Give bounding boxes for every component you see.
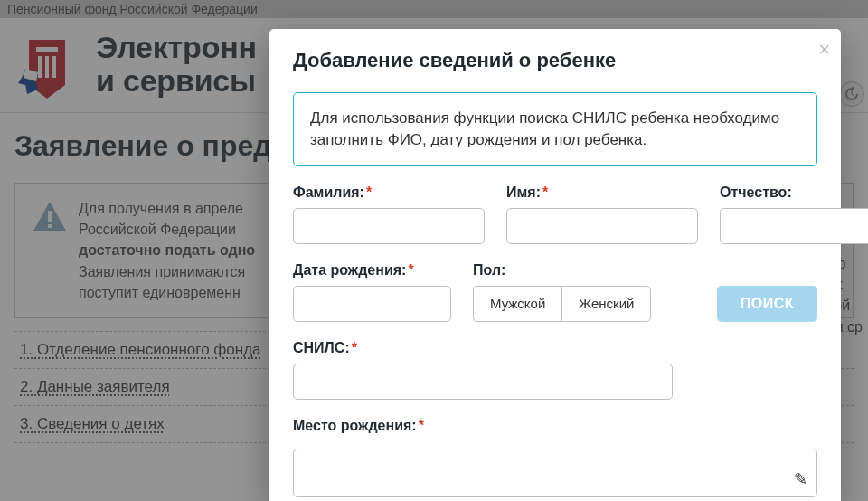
gender-male-option[interactable]: Мужской: [474, 287, 561, 321]
surname-label: Фамилия:: [293, 184, 364, 200]
birthplace-input[interactable]: ✎: [293, 449, 817, 497]
dob-input[interactable]: [293, 286, 451, 322]
gender-segmented: Мужской Женский: [473, 286, 651, 322]
name-input[interactable]: [506, 208, 698, 244]
search-button[interactable]: ПОИСК: [717, 286, 817, 322]
patronymic-label: Отчество:: [720, 184, 792, 200]
add-child-modal: × Добавление сведений о ребенке Для испо…: [269, 29, 841, 501]
close-icon[interactable]: ×: [818, 38, 830, 61]
snils-label: СНИЛС:: [293, 340, 350, 355]
snils-input[interactable]: [293, 364, 673, 400]
gender-label: Пол:: [473, 262, 505, 278]
modal-title: Добавление сведений о ребенке: [293, 49, 817, 72]
gender-female-option[interactable]: Женский: [561, 287, 650, 321]
search-hint: Для использования функции поиска СНИЛС р…: [293, 92, 817, 166]
dob-label: Дата рождения:: [293, 262, 406, 278]
birthplace-label: Место рождения:: [293, 418, 417, 433]
edit-icon[interactable]: ✎: [794, 469, 807, 489]
name-label: Имя:: [506, 184, 541, 200]
patronymic-input[interactable]: [720, 208, 868, 244]
surname-input[interactable]: [293, 208, 485, 244]
